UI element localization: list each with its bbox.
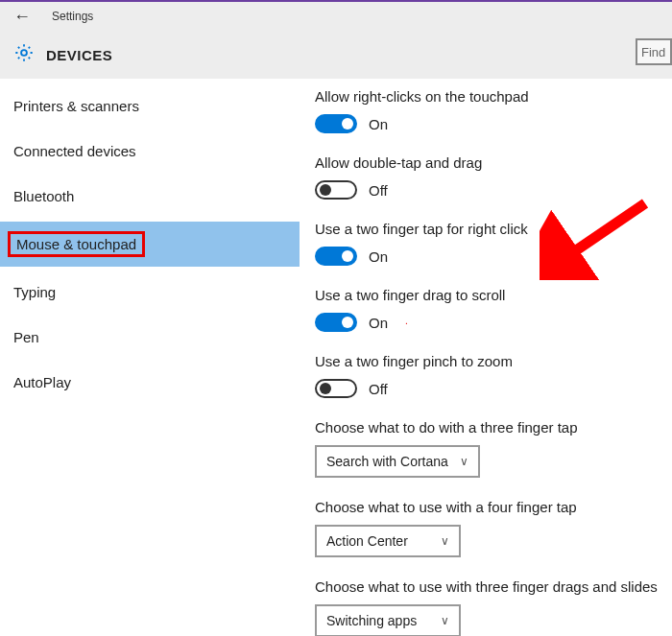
search-placeholder: Find bbox=[641, 45, 665, 59]
app-title: Settings bbox=[52, 10, 93, 23]
toggle-row: On bbox=[315, 114, 664, 133]
chevron-down-icon: ∨ bbox=[460, 455, 468, 468]
chevron-down-icon: ∨ bbox=[441, 614, 449, 627]
titlebar: ← Settings bbox=[0, 2, 672, 31]
search-input[interactable]: Find bbox=[636, 38, 672, 65]
sidebar-item-bluetooth[interactable]: Bluetooth bbox=[0, 177, 300, 216]
toggle-row: On bbox=[315, 247, 664, 266]
setting-label: Allow right-clicks on the touchpad bbox=[315, 88, 664, 105]
toggle-knob bbox=[320, 184, 331, 196]
dropdown-value: Switching apps bbox=[326, 613, 417, 628]
toggle-switch[interactable] bbox=[315, 379, 357, 398]
setting-toggle-group: Use a two finger tap for right clickOn bbox=[315, 221, 664, 266]
gear-icon bbox=[13, 42, 35, 67]
page-header: DEVICES Find bbox=[0, 31, 672, 79]
setting-toggle-group: Allow double-tap and dragOff bbox=[315, 154, 664, 200]
setting-dropdown-group: Choose what to use with three finger dra… bbox=[315, 578, 664, 636]
toggle-state-label: On bbox=[369, 116, 388, 132]
toggle-knob bbox=[342, 118, 353, 130]
sidebar-item-connected-devices[interactable]: Connected devices bbox=[0, 131, 300, 171]
toggle-row: Off bbox=[315, 180, 664, 200]
toggle-row: Off bbox=[315, 379, 664, 398]
setting-label: Allow double-tap and drag bbox=[315, 154, 664, 171]
page-title: DEVICES bbox=[46, 47, 112, 63]
setting-label: Choose what to do with a three finger ta… bbox=[315, 419, 664, 436]
sidebar-item-label: Pen bbox=[13, 329, 39, 345]
setting-label: Use a two finger tap for right click bbox=[315, 221, 664, 237]
dropdown-value: Search with Cortana bbox=[326, 454, 448, 469]
annotation-dot: . bbox=[405, 316, 408, 326]
sidebar-item-label: AutoPlay bbox=[13, 374, 71, 390]
toggle-state-label: Off bbox=[369, 182, 388, 199]
sidebar-item-typing[interactable]: Typing bbox=[0, 272, 300, 312]
sidebar-item-label: Printers & scanners bbox=[13, 98, 139, 114]
dropdown[interactable]: Action Center∨ bbox=[315, 525, 461, 557]
toggle-knob bbox=[320, 383, 331, 394]
sidebar-item-pen[interactable]: Pen bbox=[0, 318, 300, 357]
sidebar-item-label: Typing bbox=[13, 284, 56, 300]
setting-label: Choose what to use with three finger dra… bbox=[315, 578, 664, 595]
dropdown[interactable]: Switching apps∨ bbox=[315, 604, 461, 636]
sidebar-item-mouse-touchpad[interactable]: Mouse & touchpad bbox=[0, 222, 300, 267]
sidebar-item-label: Mouse & touchpad bbox=[8, 231, 145, 257]
toggle-switch[interactable] bbox=[315, 313, 357, 332]
sidebar-item-label: Bluetooth bbox=[13, 188, 74, 204]
sidebar: Printers & scannersConnected devicesBlue… bbox=[0, 79, 300, 636]
setting-toggle-group: Use a two finger drag to scrollOn. bbox=[315, 287, 664, 332]
setting-toggle-group: Use a two finger pinch to zoomOff bbox=[315, 353, 664, 398]
toggle-state-label: On bbox=[369, 248, 388, 265]
toggle-switch[interactable] bbox=[315, 180, 357, 200]
setting-dropdown-group: Choose what to use with a four finger ta… bbox=[315, 499, 664, 557]
toggle-row: On. bbox=[315, 313, 664, 332]
dropdown[interactable]: Search with Cortana∨ bbox=[315, 445, 480, 478]
svg-point-0 bbox=[21, 50, 27, 56]
sidebar-item-label: Connected devices bbox=[13, 143, 136, 159]
chevron-down-icon: ∨ bbox=[441, 534, 449, 548]
setting-label: Choose what to use with a four finger ta… bbox=[315, 499, 664, 515]
content-pane: Allow right-clicks on the touchpadOnAllo… bbox=[300, 79, 672, 636]
dropdown-value: Action Center bbox=[326, 533, 408, 549]
toggle-state-label: Off bbox=[369, 381, 388, 397]
toggle-knob bbox=[342, 317, 353, 328]
setting-toggle-group: Allow right-clicks on the touchpadOn bbox=[315, 88, 664, 133]
setting-label: Use a two finger drag to scroll bbox=[315, 287, 664, 303]
toggle-switch[interactable] bbox=[315, 114, 357, 133]
setting-label: Use a two finger pinch to zoom bbox=[315, 353, 664, 369]
sidebar-item-printers-scanners[interactable]: Printers & scanners bbox=[0, 86, 300, 126]
toggle-state-label: On bbox=[369, 315, 388, 331]
sidebar-item-autoplay[interactable]: AutoPlay bbox=[0, 363, 300, 402]
setting-dropdown-group: Choose what to do with a three finger ta… bbox=[315, 419, 664, 478]
toggle-knob bbox=[342, 250, 353, 262]
back-button[interactable]: ← bbox=[8, 7, 36, 27]
toggle-switch[interactable] bbox=[315, 247, 357, 266]
